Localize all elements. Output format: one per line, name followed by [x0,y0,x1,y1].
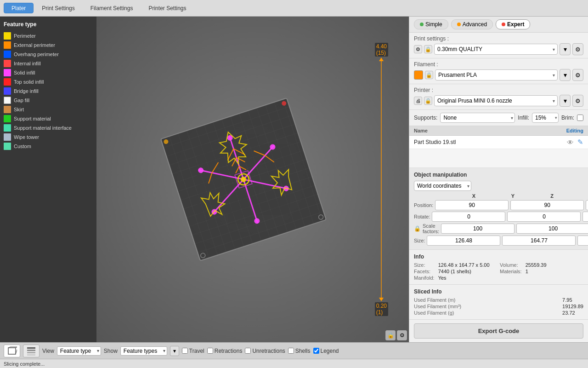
object-eye-icon[interactable]: 👁 [567,138,574,146]
travel-checkbox-label[interactable]: Travel [182,348,204,354]
filament-select[interactable]: Prusament PLA [435,69,558,80]
view-label: View [42,348,54,354]
show-select-arrow-btn[interactable]: ▾ [170,346,179,356]
tab-filament-settings[interactable]: Filament Settings [83,3,141,13]
size-z-input[interactable] [577,236,588,246]
lock-icon[interactable]: 🔒 [385,330,396,340]
right-panel: Simple Advanced Expert Print settings : … [409,17,588,342]
filament-lock-icon: 🔒 [425,71,433,79]
unretractions-checkbox[interactable] [245,348,251,354]
legend-item-custom[interactable]: Custom [4,142,93,151]
rot-x-input[interactable] [432,212,505,222]
rot-z-input[interactable] [582,212,588,222]
coord-system-select-wrap[interactable]: World coordinates ▾ [414,181,471,191]
view-select[interactable]: Feature type [57,346,101,356]
legend-item-perimeter[interactable]: Perimeter [4,31,93,40]
scale-x-input[interactable] [441,224,514,234]
info-facets-key: Facets: [414,269,435,274]
object-edit-icon[interactable]: ✎ [577,138,583,146]
filament-select-wrap[interactable]: Prusament PLA ▾ [435,69,558,80]
print-settings-icon: ⚙ [414,45,422,53]
print-settings-gear-btn[interactable]: ⚙ [572,43,583,55]
pos-z-input[interactable] [586,200,588,210]
size-x-input[interactable] [427,236,500,246]
legend-item-bridge-infill[interactable]: Bridge infill [4,86,93,96]
view-select-wrap[interactable]: Feature type ▾ [57,346,101,356]
legend-item-wipe-tower[interactable]: Wipe tower [4,132,93,142]
print-settings-lock: 🔒 [424,45,432,53]
legend-item-gap-fill[interactable]: Gap fill [4,96,93,105]
infill-select[interactable]: 15% [532,113,559,123]
filament-dropdown-btn[interactable]: ▾ [560,69,571,81]
unretractions-checkbox-label[interactable]: Unretractions [245,348,285,354]
shells-checkbox[interactable] [288,348,294,354]
brim-checkbox[interactable] [577,115,583,121]
info-volume-key: Volume: [500,262,522,268]
retractions-checkbox[interactable] [207,348,213,354]
pos-x-input[interactable] [435,200,509,210]
print-settings-select-wrap[interactable]: 0.30mm QUALITY ▾ [434,44,558,55]
scale-label: Scale factors: [423,223,439,234]
legend-checkbox-label[interactable]: Legend [313,348,339,354]
svg-rect-35 [27,354,35,356]
scale-arrow-down [379,298,384,301]
printer-select[interactable]: Original Prusa MINI 0.6 nozzle [434,95,558,106]
legend-item-support-material-interface[interactable]: Support material interface [4,123,93,132]
tab-printer-settings[interactable]: Printer Settings [141,3,193,13]
legend-item-solid-infill[interactable]: Solid infill [4,68,93,77]
status-text: Slicing complete... [4,361,45,367]
mode-simple-btn[interactable]: Simple [414,19,448,29]
object-list-item[interactable]: Part Studio 19.stl 👁 ✎ [409,136,588,149]
printer-select-wrap[interactable]: Original Prusa MINI 0.6 nozzle ▾ [434,95,558,106]
view-mode-layers-icon[interactable] [23,345,40,357]
tab-print-settings[interactable]: Print Settings [34,3,82,13]
filament-label: Filament : [414,61,583,68]
x-header: X [455,193,492,199]
svg-rect-34 [27,352,35,353]
print-settings-select[interactable]: 0.30mm QUALITY [434,44,558,55]
gear-icon[interactable]: ⚙ [397,330,407,340]
legend-item-top-solid-infill[interactable]: Top solid infill [4,77,93,86]
supports-select-wrap[interactable]: None ▾ [440,113,515,123]
infill-select-wrap[interactable]: 15% ▾ [532,113,559,123]
mode-expert-btn[interactable]: Expert [496,19,530,29]
size-label: Size: [414,238,425,243]
travel-checkbox[interactable] [182,348,188,354]
coord-system-select[interactable]: World coordinates [414,181,471,191]
tab-plater[interactable]: Plater [4,3,34,13]
color-swatch-skirt [4,106,11,113]
supports-infill-section: Supports: None ▾ Infill: 15% ▾ Brim: [409,110,588,126]
show-select[interactable]: Feature types [120,346,167,356]
legend-item-internal-infill[interactable]: Internal infill [4,59,93,68]
legend-checkbox[interactable] [313,348,319,354]
retractions-checkbox-label[interactable]: Retractions [207,348,243,354]
mode-advanced-btn[interactable]: Advanced [451,19,493,29]
svg-rect-32 [27,347,35,349]
viewport[interactable]: 4.40 (15) 0.20 (1) 🔒 ⚙ [96,17,409,342]
color-swatch-support-material [4,115,11,122]
legend-item-support-material[interactable]: Support material [4,114,93,123]
supports-label: Supports: [414,115,437,121]
info-volume-val: 25559.39 [526,262,583,268]
z-header: Z [533,193,571,199]
shells-checkbox-label[interactable]: Shells [288,348,311,354]
show-select-wrap[interactable]: Feature types ▾ [120,346,167,356]
view-mode-3d-icon[interactable] [4,345,20,357]
printer-gear-btn[interactable]: ⚙ [572,95,583,107]
rot-y-input[interactable] [507,212,581,222]
pos-y-input[interactable] [510,200,584,210]
export-gcode-button[interactable]: Export G-code [414,323,583,339]
printer-dropdown-btn[interactable]: ▾ [560,95,571,107]
scale-y-input[interactable] [516,224,588,234]
scale-lock-icon[interactable]: 🔒 [414,225,421,232]
viewport-bottom-controls: 🔒 ⚙ [385,330,407,340]
supports-select[interactable]: None [440,113,515,123]
legend-item-external-perimeter[interactable]: External perimeter [4,40,93,50]
print-settings-dropdown-btn[interactable]: ▾ [560,43,571,55]
size-y-input[interactable] [502,236,576,246]
filament-gear-btn[interactable]: ⚙ [572,69,583,81]
legend-item-overhang-perimeter[interactable]: Overhang perimeter [4,50,93,59]
show-label: Show [104,348,118,354]
position-label: Position: [414,202,433,208]
legend-item-skirt[interactable]: Skirt [4,105,93,114]
